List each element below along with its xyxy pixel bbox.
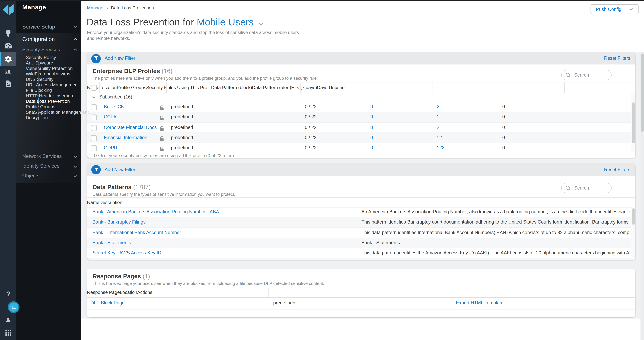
sidebar-group-security-services[interactable]: Security Services xyxy=(22,45,77,54)
row-checkbox[interactable] xyxy=(91,145,97,151)
add-new-filter-button[interactable]: Add New Filter xyxy=(104,52,135,65)
scope-selector[interactable]: Mobile Users xyxy=(197,17,254,27)
reset-filters-button[interactable]: Reset Filters xyxy=(604,163,630,176)
data-pattern-alert-link[interactable]: 128 xyxy=(437,143,444,151)
user-icon[interactable] xyxy=(0,314,16,326)
sidebar-item-data-loss-prevention[interactable]: Data Loss Prevention xyxy=(16,98,81,104)
sidebar-item-anti-spyware[interactable]: Anti-Spyware xyxy=(16,60,81,66)
profile-name-link[interactable]: Bulk CCN xyxy=(104,102,124,112)
data-pattern-alert-link[interactable]: 2 xyxy=(437,102,439,112)
pattern-row-bank-international-bank-account-number: Bank - International Bank Account Number… xyxy=(87,228,636,238)
export-html-template-link[interactable]: Export HTML Template xyxy=(456,297,504,309)
sidebar-item-file-blocking[interactable]: File Blocking xyxy=(16,87,81,93)
filter-icon[interactable] xyxy=(91,54,101,63)
profile-name-link[interactable]: CCPA xyxy=(104,112,116,122)
select-all-checkbox[interactable] xyxy=(91,85,97,91)
chevron-down-icon[interactable] xyxy=(259,23,263,25)
chevron-up-icon xyxy=(74,49,77,51)
sidebar-item-configuration[interactable]: Configuration xyxy=(22,34,77,44)
patterns-scrollbar-track[interactable] xyxy=(631,207,636,260)
data-pattern-alert-link[interactable]: 2 xyxy=(437,123,439,132)
bar-chart-icon[interactable] xyxy=(0,66,16,77)
sidebar-item-wildfire-and-antivirus[interactable]: WildFire and Antivirus xyxy=(16,71,81,76)
responses-title-text: Response Pages xyxy=(92,273,141,279)
sidebar-item-security-policy[interactable]: Security Policy xyxy=(16,55,81,60)
row-checkbox[interactable] xyxy=(91,135,97,141)
sidebar-group-identity-services[interactable]: Identity Services xyxy=(22,161,77,171)
settings-gear-icon[interactable] xyxy=(0,53,16,65)
pattern-name-link[interactable]: Secret Key - AWS Access Key ID xyxy=(92,248,161,258)
data-pattern-block-link[interactable]: 0 xyxy=(370,102,373,112)
sidebar-item-dns-security[interactable]: DNS Security xyxy=(16,76,81,82)
sidebar-item-vulnerability-protection[interactable]: Vulnerability Protection xyxy=(16,66,81,71)
location-cell: predefined xyxy=(171,133,193,143)
pattern-name-link[interactable]: Bank - American Bankers Association Rout… xyxy=(92,207,219,217)
location-cell: predefined xyxy=(171,143,193,151)
pattern-row-secret-key-aws-secret-access-key: Secret Key - AWS Secret Access KeyThis d… xyxy=(87,258,636,260)
sidebar-item-decryption[interactable]: Decryption xyxy=(16,115,81,120)
sidebar-group-network-services[interactable]: Network Services xyxy=(22,151,77,161)
data-pattern-block-link[interactable]: 0 xyxy=(370,123,373,132)
dashboard-icon[interactable] xyxy=(0,40,16,52)
sidebar-item-service-setup[interactable]: Service Setup xyxy=(22,22,77,31)
patterns-scrollbar-thumb[interactable] xyxy=(632,208,635,225)
breadcrumb-manage-link[interactable]: Manage xyxy=(87,6,103,10)
prisma-logo-icon[interactable] xyxy=(2,3,15,18)
profiles-scrollbar-track[interactable] xyxy=(631,92,636,151)
row-checkbox[interactable] xyxy=(91,104,97,110)
patterns-table-body: Bank - American Bankers Association Rout… xyxy=(87,207,636,260)
profile-name-link[interactable]: Financial Information xyxy=(104,133,147,143)
group-label: Subscribed (16) xyxy=(99,92,132,102)
breadcrumb-chevron-icon: › xyxy=(106,6,108,10)
sidebar-item-http-header-insertion[interactable]: HTTP Header Insertion xyxy=(16,93,81,98)
data-pattern-block-link[interactable]: 0 xyxy=(370,112,373,122)
reset-filters-button[interactable]: Reset Filters xyxy=(604,52,630,65)
sidebar-group-objects[interactable]: Objects xyxy=(22,171,77,180)
filter-icon[interactable] xyxy=(91,165,101,174)
profile-name-link[interactable]: GDPR xyxy=(104,143,117,151)
data-pattern-alert-link[interactable]: 1 xyxy=(437,112,439,122)
response-page-link[interactable]: DLP Block Page xyxy=(90,297,125,309)
sidebar-item-profile-groups[interactable]: Profile Groups xyxy=(16,104,81,109)
data-pattern-alert-link[interactable]: 12 xyxy=(437,133,442,143)
push-config-label: Push Config xyxy=(596,7,621,12)
add-new-filter-button[interactable]: Add New Filter xyxy=(104,163,135,176)
pattern-name-link[interactable]: Secret Key - AWS Secret Access Key xyxy=(92,258,170,260)
pattern-name-link[interactable]: Bank - Bankruptcy Filings xyxy=(92,217,146,227)
profiles-group-row[interactable]: Subscribed (16) xyxy=(87,92,636,102)
notification-badge[interactable]: 11 xyxy=(8,301,20,313)
pattern-description-cell: An American Bankers Association Routing … xyxy=(362,207,630,217)
data-pattern-block-link[interactable]: 0 xyxy=(370,143,373,151)
help-icon[interactable]: ? xyxy=(0,288,16,300)
sidebar-item-url-access-management[interactable]: URL Access Management xyxy=(16,82,81,87)
security-rules-cell: 0 / 22 xyxy=(305,133,316,143)
push-config-button[interactable]: Push Config xyxy=(590,4,638,14)
responses-table-body: DLP Block PagepredefinedExport HTML Temp… xyxy=(87,297,636,309)
responses-section-subtitle: This is the web page your users see when… xyxy=(92,281,324,286)
row-checkbox[interactable] xyxy=(91,115,97,120)
page-scrollbar-thumb[interactable] xyxy=(641,54,644,132)
patterns-search[interactable] xyxy=(561,183,612,193)
patterns-search-input[interactable] xyxy=(573,185,607,191)
profiles-search[interactable] xyxy=(561,70,612,80)
pattern-row-bank-bankruptcy-filings: Bank - Bankruptcy FilingsThis pattern id… xyxy=(87,217,636,228)
profile-name-link[interactable]: Corporate Financial Docs xyxy=(104,123,157,132)
report-icon[interactable] xyxy=(0,78,16,89)
data-pattern-block-link[interactable]: 0 xyxy=(370,133,373,143)
chevron-down-icon[interactable] xyxy=(92,96,96,98)
sidebar-item-saas-application-management[interactable]: SaaS Application Management xyxy=(16,109,81,115)
profiles-scrollbar-thumb[interactable] xyxy=(632,102,635,143)
pattern-description-cell: This pattern identifies Bankruptcy court… xyxy=(362,217,630,227)
lightbulb-icon[interactable] xyxy=(0,27,16,39)
pattern-description-cell: This data pattern identifies Internation… xyxy=(362,228,630,238)
notification-count: 11 xyxy=(9,302,18,312)
col-header-description: Description xyxy=(99,200,122,205)
apps-grid-icon[interactable] xyxy=(0,327,16,338)
col-header-profile-groups: Profile Groups xyxy=(117,85,146,90)
profiles-search-input[interactable] xyxy=(573,72,607,78)
pattern-name-link[interactable]: Bank - International Bank Account Number xyxy=(92,228,181,238)
col-header-name: Name xyxy=(87,200,99,205)
pattern-name-link[interactable]: Bank - Statements xyxy=(92,238,131,248)
row-checkbox[interactable] xyxy=(91,125,97,131)
data-patterns-card: Add New Filter Reset Filters Data Patter… xyxy=(87,163,636,260)
